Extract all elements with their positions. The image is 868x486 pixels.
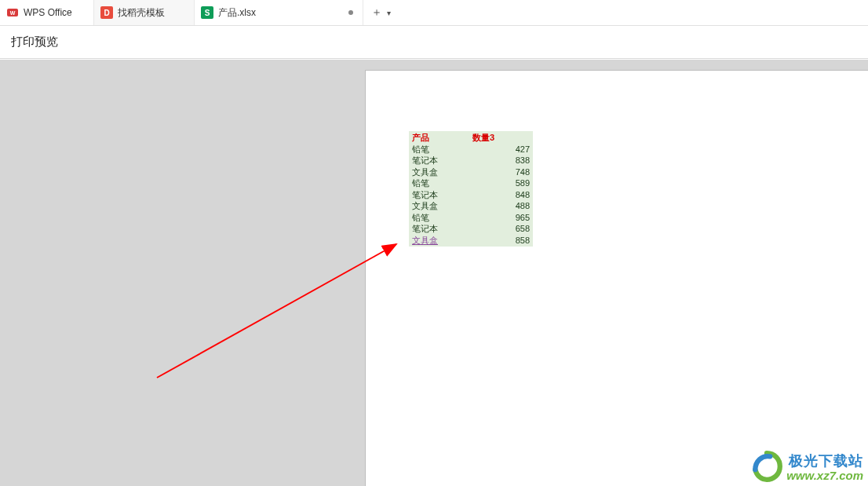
- table-row: 笔记本838: [410, 155, 532, 166]
- header-col-product: 产品: [412, 132, 429, 144]
- preview-table: 产品 数量3 铅笔427 笔记本838 文具盒748 铅笔589 笔记本848 …: [409, 131, 533, 247]
- plus-icon: ＋: [371, 5, 382, 20]
- tab-label: WPS Office: [24, 7, 72, 18]
- cell-name: 文具盒: [412, 166, 438, 178]
- cell-qty: 838: [516, 155, 530, 166]
- tab-bar: W WPS Office D 找稻壳模板 S 产品.xlsx ＋ ▾: [0, 0, 868, 26]
- cell-qty: 848: [516, 189, 530, 201]
- new-tab-button[interactable]: ＋ ▾: [363, 0, 399, 25]
- cell-qty: 748: [516, 166, 530, 178]
- spreadsheet-icon: S: [201, 6, 213, 19]
- cell-qty: 965: [516, 212, 530, 224]
- svg-text:W: W: [10, 10, 16, 16]
- unsaved-dot-icon: [348, 10, 353, 15]
- print-preview-canvas[interactable]: 产品 数量3 铅笔427 笔记本838 文具盒748 铅笔589 笔记本848 …: [0, 60, 868, 486]
- tab-wps-office[interactable]: W WPS Office: [0, 0, 94, 25]
- tab-product-xlsx[interactable]: S 产品.xlsx: [195, 0, 363, 25]
- cell-name: 笔记本: [412, 155, 438, 166]
- wps-logo-icon: W: [6, 6, 19, 19]
- cell-name: 笔记本: [412, 223, 438, 235]
- table-row: 笔记本848: [410, 189, 532, 201]
- table-row: 文具盒488: [410, 200, 532, 212]
- table-row: 文具盒748: [410, 166, 532, 178]
- cell-name: 文具盒: [412, 200, 438, 212]
- page-title: 打印预览: [11, 35, 58, 49]
- cell-name: 笔记本: [412, 189, 438, 201]
- chevron-down-icon: ▾: [387, 9, 391, 17]
- table-row: 笔记本658: [410, 223, 532, 235]
- table-row: 铅笔427: [410, 144, 532, 155]
- svg-line-3: [157, 244, 396, 378]
- template-icon: D: [100, 6, 113, 19]
- table-row: 铅笔589: [410, 177, 532, 189]
- cell-name: 铅笔: [412, 144, 429, 155]
- cell-qty: 427: [516, 144, 530, 155]
- tab-daoke-template[interactable]: D 找稻壳模板: [94, 0, 195, 25]
- tab-label: 找稻壳模板: [118, 6, 165, 20]
- table-header-row: 产品 数量3: [410, 132, 532, 144]
- cell-qty: 658: [516, 223, 530, 235]
- header-col-qty: 数量3: [472, 132, 530, 144]
- table-row: 铅笔965: [410, 212, 532, 224]
- cell-qty: 488: [516, 200, 530, 212]
- cell-name: 铅笔: [412, 177, 429, 189]
- toolbar: 打印预览: [0, 26, 868, 59]
- table-row: 文具盒858: [410, 235, 532, 247]
- preview-page: 产品 数量3 铅笔427 笔记本838 文具盒748 铅笔589 笔记本848 …: [366, 71, 868, 486]
- cell-name: 铅笔: [412, 212, 429, 224]
- cell-name-link: 文具盒: [412, 235, 438, 247]
- cell-qty: 858: [516, 235, 530, 247]
- cell-qty: 589: [516, 177, 530, 189]
- tab-label: 产品.xlsx: [218, 6, 256, 20]
